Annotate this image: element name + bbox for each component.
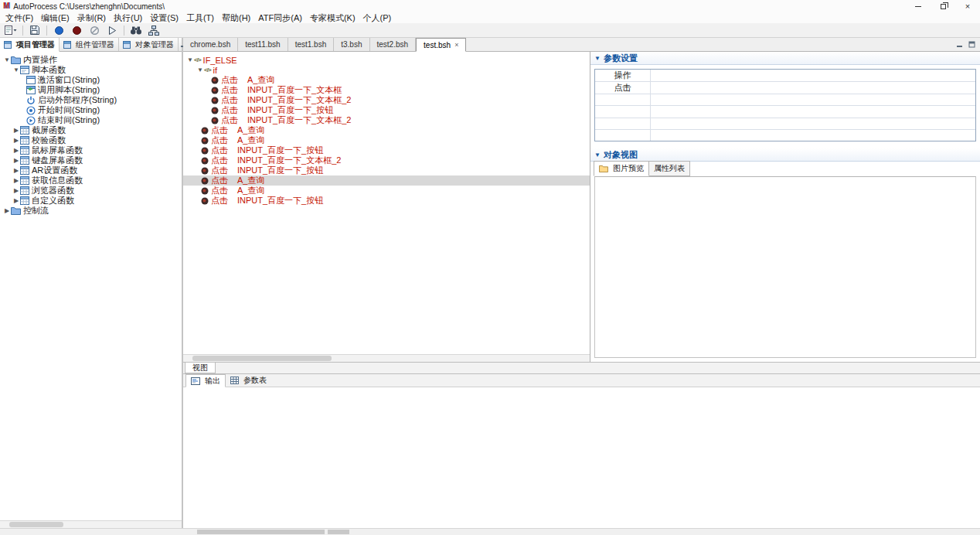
param-table-cell[interactable]	[595, 106, 651, 117]
menu-item[interactable]: ATF同步(A)	[254, 12, 306, 23]
param-table-cell[interactable]	[595, 94, 651, 105]
flow-group-label: IF_ELSE	[203, 56, 237, 65]
new-script-button[interactable]	[2, 24, 19, 37]
tree-item[interactable]: ▼内置操作	[0, 55, 182, 65]
tree-item[interactable]: ▶AR设置函数	[0, 165, 182, 175]
param-table-cell[interactable]	[595, 130, 651, 141]
object-view-tab-label: 图片预览	[613, 163, 644, 174]
tree-item[interactable]: ▶键盘屏幕函数	[0, 155, 182, 165]
search-button[interactable]	[128, 24, 145, 37]
flow-button[interactable]	[145, 24, 162, 37]
param-table-row[interactable]	[595, 118, 975, 130]
menu-item[interactable]: 编辑(E)	[37, 12, 73, 23]
flow-group-row[interactable]: ▼</>IF_ELSE	[183, 55, 590, 65]
close-button[interactable]: ×	[955, 0, 980, 12]
flow-step-row[interactable]: 点击INPUT_百度一下_按钮	[183, 105, 590, 115]
param-table-cell[interactable]: 点击	[595, 82, 651, 94]
maximize-view-button[interactable]	[967, 40, 976, 49]
scrollbar-thumb[interactable]	[192, 356, 332, 361]
param-table-cell[interactable]	[651, 118, 975, 129]
editor-tab[interactable]: test1.bsh	[288, 38, 335, 51]
editor-tab[interactable]: test11.bsh	[238, 38, 288, 51]
tree-item[interactable]: ▶控制流	[0, 206, 182, 216]
tree-item[interactable]: 结束时间(String)	[0, 115, 182, 125]
chevron-right-icon[interactable]: ▶	[12, 127, 20, 134]
menu-item[interactable]: 帮助(H)	[218, 12, 254, 23]
chevron-down-icon[interactable]: ▼	[3, 56, 11, 63]
chevron-right-icon[interactable]: ▶	[12, 177, 20, 184]
flow-group-label: if	[213, 66, 218, 75]
chevron-right-icon[interactable]: ▶	[3, 207, 11, 214]
object-view-title: 对象视图	[604, 149, 638, 161]
menu-item[interactable]: 执行(U)	[110, 12, 146, 23]
object-view-tab[interactable]: 图片预览	[594, 161, 649, 176]
object-view-tab[interactable]: 属性列表	[648, 161, 690, 176]
param-settings-header[interactable]: ▼ 参数设置	[590, 52, 980, 65]
param-table-cell[interactable]	[651, 94, 975, 105]
editor-split: ▼</>IF_ELSE▼</>if点击A_查询点击INPUT_百度一下_文本框点…	[183, 52, 980, 362]
run-button[interactable]	[104, 24, 121, 37]
param-table-cell[interactable]	[651, 106, 975, 117]
menu-item[interactable]: 个人(P)	[359, 12, 396, 23]
bottom-panel-tab[interactable]: 输出	[185, 374, 226, 387]
flow-step-row[interactable]: 点击INPUT_百度一下_文本框	[183, 85, 590, 95]
chevron-down-icon[interactable]: ▼	[196, 66, 204, 73]
param-table-row[interactable]	[595, 106, 975, 118]
param-table-cell[interactable]	[651, 130, 975, 141]
editor-tab[interactable]: test2.bsh	[370, 38, 417, 51]
chevron-right-icon[interactable]: ▶	[12, 197, 20, 204]
chevron-down-icon[interactable]: ▼	[12, 66, 20, 73]
menu-item[interactable]: 录制(R)	[73, 12, 110, 23]
menu-item[interactable]: 专家模式(K)	[306, 12, 359, 23]
status-segment	[197, 530, 325, 534]
editor-hscrollbar[interactable]	[183, 354, 590, 362]
view-tab[interactable]: 视图	[185, 363, 216, 373]
tree-item-icon	[11, 56, 21, 64]
tree-item-icon	[20, 146, 29, 155]
tree-item[interactable]: ▶鼠标屏幕函数	[0, 145, 182, 155]
chevron-right-icon[interactable]: ▶	[12, 147, 20, 154]
editor-tab[interactable]: test.bsh×	[416, 38, 466, 52]
chevron-down-icon[interactable]: ▼	[186, 56, 194, 63]
flow-step-row[interactable]: 点击INPUT_百度一下_文本框_2	[183, 95, 590, 105]
tree-item[interactable]: ▶浏览器函数	[0, 186, 182, 196]
object-view-header[interactable]: ▼ 对象视图	[590, 148, 980, 162]
record-button[interactable]	[50, 24, 67, 37]
minimize-view-button[interactable]	[954, 40, 964, 49]
tab-close-icon[interactable]: ×	[454, 41, 458, 49]
stop-button[interactable]	[68, 24, 85, 37]
bottom-panel-tab[interactable]: 参数表	[226, 374, 271, 387]
save-button[interactable]	[26, 24, 43, 37]
chevron-right-icon[interactable]: ▶	[12, 157, 20, 164]
chevron-right-icon[interactable]: ▶	[12, 137, 20, 144]
param-table-cell[interactable]	[595, 118, 651, 129]
flow-group-row[interactable]: ▼</>if	[183, 65, 590, 75]
restore-button[interactable]	[931, 0, 955, 12]
view-tab[interactable]: 对象管理器	[119, 38, 179, 51]
chevron-right-icon[interactable]: ▶	[12, 167, 20, 174]
left-panel-hscrollbar[interactable]	[0, 520, 182, 528]
flow-step-row[interactable]: 点击A_查询	[183, 75, 590, 85]
param-table-header-row: 操作	[595, 70, 975, 82]
chevron-right-icon[interactable]: ▶	[12, 187, 20, 194]
param-table-cell[interactable]	[651, 82, 975, 94]
tree-item-icon	[26, 86, 36, 94]
editor-tab[interactable]: t3.bsh	[334, 38, 369, 51]
menu-item[interactable]: 文件(F)	[2, 12, 37, 23]
minimize-button[interactable]	[906, 0, 931, 12]
param-table-row[interactable]	[595, 94, 975, 106]
tree-item[interactable]: ▶获取信息函数	[0, 175, 182, 186]
object-view-tabs: 图片预览属性列表	[590, 162, 980, 176]
param-table-row[interactable]: 点击	[595, 82, 975, 94]
view-tab[interactable]: 项目管理器	[0, 38, 60, 52]
menu-item[interactable]: 工具(T)	[182, 12, 218, 23]
menu-item[interactable]: 设置(S)	[146, 12, 182, 23]
disabled-record-button[interactable]	[86, 24, 103, 37]
tree-item[interactable]: ▶截屏函数	[0, 125, 182, 135]
param-table-row[interactable]	[595, 130, 975, 141]
editor-tab[interactable]: chrome.bsh	[183, 38, 238, 51]
view-tab[interactable]: 组件管理器	[60, 38, 119, 51]
tree-item[interactable]: ▶校验函数	[0, 135, 182, 145]
scrollbar-thumb[interactable]	[9, 522, 63, 527]
flow-step-row[interactable]: 点击INPUT_百度一下_按钮	[183, 196, 590, 206]
